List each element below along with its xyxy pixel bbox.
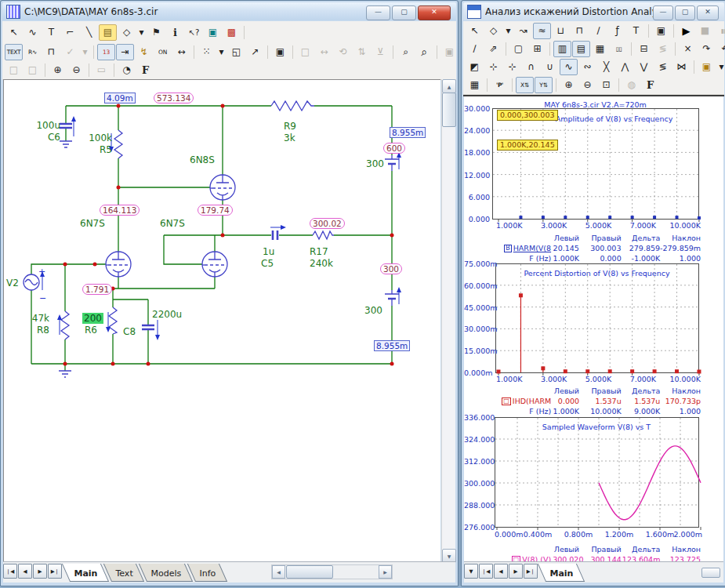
first-page-button[interactable]: ❘◀	[479, 564, 493, 579]
scale-mode[interactable]: ⊔	[552, 23, 570, 39]
cursor-mode-toggle[interactable]: ↗	[246, 44, 264, 60]
split-pane-toggle[interactable]: ⊟	[635, 41, 653, 57]
tab-models[interactable]: Models	[139, 564, 193, 582]
power-display-toggle[interactable]: ↯	[135, 44, 153, 60]
text-tool[interactable]: T	[42, 24, 60, 41]
node-number-toggle[interactable]: ↔	[172, 44, 190, 60]
graph-object-dropdown[interactable]: ▾	[503, 23, 513, 39]
curve-name[interactable]: HARM(V(8	[513, 244, 551, 252]
point-tag-mode[interactable]: ⊓	[571, 23, 589, 39]
help-mode[interactable]: ↖?	[185, 24, 203, 41]
valley-mode[interactable]: ∪	[541, 59, 559, 75]
zoom-out[interactable]: ⊖	[67, 62, 85, 78]
last-sheet-button[interactable]: ▶❘	[48, 564, 62, 579]
text-display-toggle[interactable]: TEXT	[5, 44, 23, 60]
component-menu[interactable]: ▤	[99, 24, 117, 41]
next-curve[interactable]: ↷	[698, 41, 716, 57]
close-button[interactable]: ✕	[418, 5, 451, 20]
tab-text[interactable]: Text	[103, 564, 144, 582]
minmax-mode[interactable]: ≶	[654, 59, 672, 75]
find[interactable]: ⌕	[415, 44, 433, 60]
text-tool[interactable]: T	[627, 23, 645, 39]
scroll-right-button[interactable]: ▶	[379, 565, 392, 579]
wire-mode-tool[interactable]: ∿	[24, 24, 42, 41]
select-tool[interactable]: ↖	[5, 24, 23, 41]
prev-curve[interactable]: ↶	[716, 41, 725, 57]
plot2[interactable]	[495, 263, 704, 377]
zoom-in[interactable]: ⊕	[560, 77, 578, 93]
run-button[interactable]: ▶	[677, 23, 695, 39]
tab-main[interactable]: Main	[62, 564, 109, 582]
next-sheet-button[interactable]: ▶	[33, 564, 47, 579]
pencil-tool[interactable]: ∕	[589, 23, 607, 39]
analysis-window-titlebar[interactable]: Анализ искажений Distortion Analysis — ▢…	[463, 2, 724, 20]
horizontal-grid-toggle[interactable]: ▤	[572, 41, 590, 57]
x-axis-button[interactable]: X⇅	[516, 77, 534, 93]
region-enclosure-tool[interactable]: ▣	[204, 24, 222, 41]
graph-object-menu[interactable]: ◇	[484, 23, 502, 39]
info-mode[interactable]: i	[166, 24, 184, 41]
grid-toggle[interactable]: ⁙	[198, 44, 216, 60]
help-topics[interactable]: ◔	[118, 62, 136, 78]
prev-page-button[interactable]: ◀	[494, 564, 508, 579]
tab-info[interactable]: Info	[187, 564, 227, 582]
border-toggle[interactable]: ◱	[227, 44, 245, 60]
line-tool[interactable]: ∕	[466, 41, 484, 57]
cross-mode[interactable]: ╳	[597, 59, 615, 75]
properties-button[interactable]: ▣	[652, 23, 670, 39]
scrollbar-thumb[interactable]	[286, 565, 333, 579]
attribute-display-toggle[interactable]: R∿	[24, 44, 42, 60]
vertical-grid-toggle[interactable]: ▥	[553, 41, 571, 57]
font-button[interactable]: F	[641, 77, 659, 93]
zoom-window[interactable]: ⊡	[597, 77, 615, 93]
scrollbar-thumb[interactable]	[442, 93, 456, 127]
shape-menu-dropdown[interactable]: ▾	[136, 24, 147, 41]
inflection-mode[interactable]: ∾	[578, 59, 596, 75]
maximize-button[interactable]: ▢	[392, 5, 416, 20]
line-tool[interactable]: ╲	[80, 24, 98, 41]
plot1[interactable]	[492, 108, 702, 223]
prev-sheet-button[interactable]: ◀	[18, 564, 32, 579]
font-button[interactable]: F	[136, 62, 154, 78]
p-key-button[interactable]: 'P'	[491, 77, 509, 93]
global-mode[interactable]: ⋈	[672, 59, 691, 75]
scroll-left-button[interactable]: ◀	[272, 565, 285, 579]
vertical-scrollbar[interactable]: ▲ ▼	[441, 79, 455, 563]
pin-numbers-toggle[interactable]: 13	[97, 44, 115, 60]
schematic-window-titlebar[interactable]: C:\MC9\DATA\MAY 6n8s-3.cir — ▢ ✕	[2, 2, 456, 20]
last-page-button[interactable]: ▶❘	[524, 564, 538, 579]
tab-main[interactable]: Main	[538, 564, 585, 582]
current-display-toggle[interactable]: ⇥	[116, 44, 134, 60]
first-sheet-button[interactable]: ❘◀	[3, 564, 17, 579]
zoom-in[interactable]: ⊕	[49, 62, 67, 78]
ortho-wire-tool[interactable]: ⌐	[61, 24, 79, 41]
color-menu[interactable]: ▩	[223, 24, 241, 41]
curve-name[interactable]: IHD(HARM	[513, 397, 551, 405]
shape-menu[interactable]: ◇	[118, 24, 136, 41]
cursor-select-mode[interactable]: ∿	[560, 59, 578, 75]
select-tool[interactable]: ↖	[466, 23, 484, 39]
data-points-toggle[interactable]: ×	[679, 41, 697, 57]
next-page-button[interactable]: ▶	[509, 564, 523, 579]
cursor-right-button[interactable]: ⊹	[503, 59, 521, 75]
minimize-button[interactable]: —	[653, 5, 673, 20]
low-mode[interactable]: ⋁	[635, 59, 653, 75]
cursor-mode[interactable]: ≈	[533, 23, 551, 39]
find-part[interactable]: ⌕	[397, 44, 415, 60]
flag-tool[interactable]: ⚑	[147, 24, 165, 41]
condition-display-toggle[interactable]: ON	[154, 44, 172, 60]
pin-display-toggle[interactable]: ⊓	[42, 44, 60, 60]
polyline-tool[interactable]: ⇗	[484, 41, 502, 57]
y-axis-button[interactable]: Y⇅	[535, 77, 553, 93]
attributes-button[interactable]: ▣	[271, 44, 289, 60]
normalize-button[interactable]: ◩	[466, 59, 484, 75]
grid-menu[interactable]: ⊞	[528, 41, 546, 57]
color-dropdown[interactable]: ▾	[716, 59, 725, 75]
maximize-button[interactable]: ▢	[675, 5, 695, 20]
scroll-up-button[interactable]: ▲	[442, 79, 456, 93]
peak-mode[interactable]: ∩	[522, 59, 540, 75]
cursor-left-button[interactable]: ⊹	[484, 59, 502, 75]
full-grid-toggle[interactable]: ▦	[591, 41, 609, 57]
close-button[interactable]: ✕	[697, 5, 719, 20]
scrollbar-thumb[interactable]	[701, 568, 720, 578]
